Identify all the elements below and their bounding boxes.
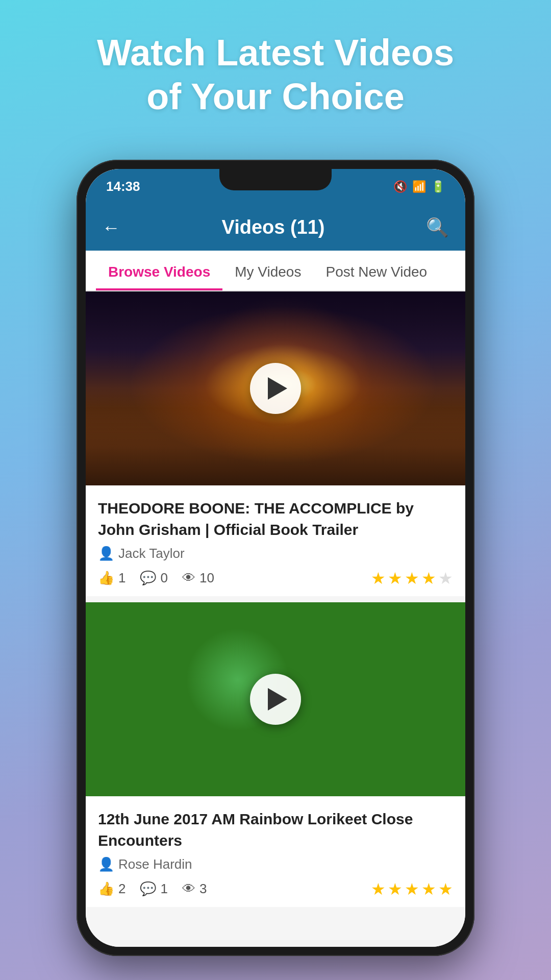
phone-mockup: 14:38 🔇 📶 🔋 ← Videos (11) 🔍 Browse Video… [77,160,474,956]
headline-line2: of Your Choice [97,75,454,118]
comment-icon-2: 💬 [140,881,156,897]
star-1-3: ★ [405,569,419,588]
tab-my-videos[interactable]: My Videos [222,256,313,290]
views-2: 👁 3 [182,881,207,897]
status-time: 14:38 [106,179,140,194]
video-author-1: 👤 Jack Taylor [98,546,453,561]
like-icon-1: 👍 [98,570,114,586]
tab-browse-videos[interactable]: Browse Videos [96,256,222,290]
app-bar: ← Videos (11) 🔍 [86,205,465,251]
app-bar-title: Videos (11) [221,216,324,238]
star-2-3: ★ [405,879,419,899]
video-list: THEODORE BOONE: THE ACCOMPLICE by John G… [86,291,465,947]
notch [219,169,332,190]
video-stats-1: 👍 1 💬 0 👁 10 [98,569,453,588]
likes-2: 👍 2 [98,881,126,897]
video-title-1: THEODORE BOONE: THE ACCOMPLICE by John G… [98,498,453,541]
star-1-5: ★ [438,569,453,588]
search-button[interactable]: 🔍 [426,217,449,238]
star-2-5: ★ [438,879,453,899]
stats-left-1: 👍 1 💬 0 👁 10 [98,570,214,586]
rating-2: ★ ★ ★ ★ ★ [371,879,453,899]
comments-2: 💬 1 [140,881,167,897]
mute-icon: 🔇 [393,180,407,193]
person-icon-2: 👤 [98,856,114,872]
rating-1: ★ ★ ★ ★ ★ [371,569,453,588]
view-icon-1: 👁 [182,570,195,586]
star-1-1: ★ [371,569,386,588]
star-2-4: ★ [421,879,436,899]
back-button[interactable]: ← [102,217,120,238]
star-2-2: ★ [388,879,403,899]
video-stats-2: 👍 2 💬 1 👁 3 [98,879,453,899]
headline-line1: Watch Latest Videos [97,31,454,75]
video-author-2: 👤 Rose Hardin [98,856,453,872]
stats-left-2: 👍 2 💬 1 👁 3 [98,881,207,897]
play-triangle-1 [268,377,287,400]
play-triangle-2 [268,688,287,710]
phone-screen: 14:38 🔇 📶 🔋 ← Videos (11) 🔍 Browse Video… [86,169,465,947]
battery-icon: 🔋 [431,180,445,193]
person-icon-1: 👤 [98,546,114,561]
headline: Watch Latest Videos of Your Choice [66,31,485,119]
status-icons: 🔇 📶 🔋 [393,180,445,193]
video-thumbnail-1[interactable] [86,291,465,485]
video-title-2: 12th June 2017 AM Rainbow Lorikeet Close… [98,808,453,851]
video-thumbnail-2[interactable] [86,602,465,796]
comment-icon-1: 💬 [140,570,156,586]
comments-1: 💬 0 [140,570,167,586]
play-button-1[interactable] [250,363,301,414]
video-info-2: 12th June 2017 AM Rainbow Lorikeet Close… [86,796,465,907]
play-button-2[interactable] [250,674,301,725]
star-2-1: ★ [371,879,386,899]
star-1-2: ★ [388,569,403,588]
status-bar: 14:38 🔇 📶 🔋 [86,169,465,205]
views-1: 👁 10 [182,570,214,586]
video-card-1: THEODORE BOONE: THE ACCOMPLICE by John G… [86,291,465,596]
view-icon-2: 👁 [182,881,195,897]
tabs-bar: Browse Videos My Videos Post New Video [86,251,465,291]
wifi-icon: 📶 [412,180,426,193]
star-1-4: ★ [421,569,436,588]
like-icon-2: 👍 [98,881,114,897]
video-info-1: THEODORE BOONE: THE ACCOMPLICE by John G… [86,485,465,596]
video-card-2: 12th June 2017 AM Rainbow Lorikeet Close… [86,602,465,907]
tab-post-new-video[interactable]: Post New Video [313,256,439,290]
likes-1: 👍 1 [98,570,126,586]
